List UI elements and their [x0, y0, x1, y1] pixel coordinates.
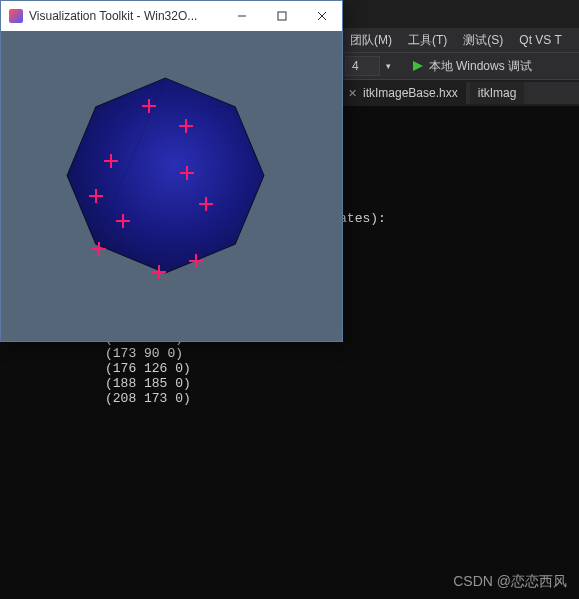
tab-itkimagebase[interactable]: ✕ itkImageBase.hxx — [340, 82, 466, 104]
menu-debug[interactable]: 测试(S) — [463, 32, 503, 49]
menu-qt[interactable]: Qt VS T — [519, 33, 561, 47]
maximize-button[interactable] — [262, 1, 302, 31]
minimize-button[interactable] — [222, 1, 262, 31]
dropdown-chevron-icon[interactable]: ▾ — [386, 61, 391, 71]
app-icon — [9, 9, 23, 23]
menu-tools[interactable]: 工具(T) — [408, 32, 447, 49]
svg-rect-2 — [278, 12, 286, 20]
window-title: Visualization Toolkit - Win32O... — [29, 9, 222, 23]
close-button[interactable] — [302, 1, 342, 31]
rendered-polygon — [63, 73, 268, 278]
config-dropdown[interactable]: 4 — [345, 56, 380, 76]
close-icon[interactable]: ✕ — [348, 87, 357, 100]
watermark: CSDN @恋恋西风 — [453, 573, 567, 591]
tab-itkimag[interactable]: itkImag — [470, 82, 525, 104]
tab-label: itkImageBase.hxx — [363, 86, 458, 100]
render-viewport[interactable] — [1, 31, 342, 341]
tab-label: itkImag — [478, 86, 517, 100]
run-button[interactable]: 本地 Windows 调试 — [429, 58, 532, 75]
ide-menubar: 团队(M) 工具(T) 测试(S) Qt VS T — [340, 28, 579, 52]
ide-tabstrip: ✕ itkImageBase.hxx itkImag — [340, 82, 579, 104]
vtk-window: Visualization Toolkit - Win32O... — [0, 0, 343, 342]
svg-marker-0 — [413, 61, 423, 71]
play-icon[interactable] — [413, 61, 423, 71]
ide-toolbar: 4 ▾ 本地 Windows 调试 — [340, 52, 579, 80]
svg-marker-5 — [67, 78, 264, 273]
menu-team[interactable]: 团队(M) — [350, 32, 392, 49]
titlebar[interactable]: Visualization Toolkit - Win32O... — [1, 1, 342, 31]
